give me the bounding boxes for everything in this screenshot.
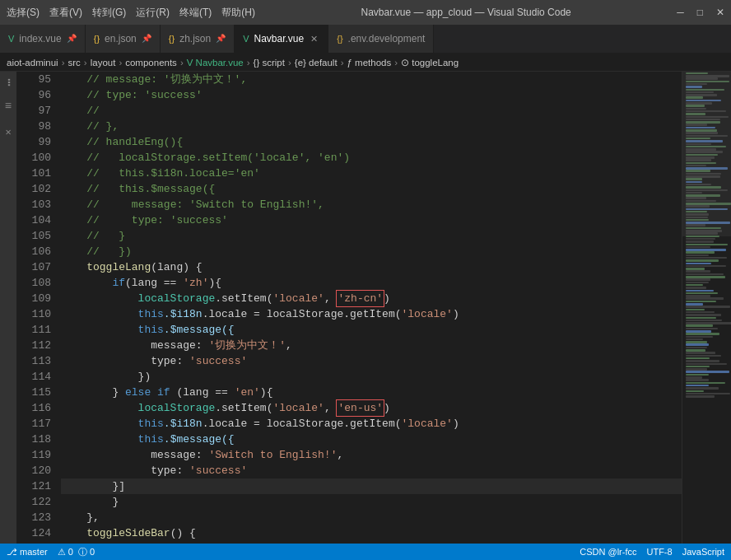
menu-select[interactable]: 选择(S) xyxy=(7,6,40,20)
explorer-icon[interactable]: ⋯ xyxy=(1,78,16,86)
git-branch[interactable]: ⎇ master xyxy=(7,547,48,558)
close-button[interactable]: ✕ xyxy=(716,7,724,18)
tab-label: en.json xyxy=(105,33,137,44)
breadcrumb-part[interactable]: {e} default xyxy=(295,58,338,68)
code-line: // type: 'success' xyxy=(61,212,682,228)
menu-run[interactable]: 运行(R) xyxy=(136,6,170,20)
status-right: CSDN @lr-fcc UTF-8 JavaScript xyxy=(580,547,724,557)
code-line: // localStorage.setItem('locale', 'en') xyxy=(61,150,682,166)
code-token: .$message({ xyxy=(164,432,235,447)
code-token: ) xyxy=(384,291,390,306)
code-line: toggleSideBar() { xyxy=(61,525,682,541)
encoding[interactable]: UTF-8 xyxy=(646,547,672,557)
code-token: }, xyxy=(61,510,100,525)
line-number: 98 xyxy=(16,119,51,134)
code-line: localStorage.setItem('locale', 'en-us') xyxy=(61,400,682,416)
outline-icon[interactable]: ≡ xyxy=(5,100,12,113)
breadcrumb-part[interactable]: src xyxy=(68,58,81,68)
line-number: 112 xyxy=(16,338,51,353)
left-activity-bar: ⋯ ≡ ✕ xyxy=(0,72,16,544)
breadcrumb-part[interactable]: {} script xyxy=(254,58,285,68)
breadcrumb-part[interactable]: layout xyxy=(91,58,116,68)
menu-terminal[interactable]: 终端(T) xyxy=(179,6,212,20)
code-line: this.$i18n.locale = localStorage.getItem… xyxy=(61,416,682,432)
breadcrumb-part[interactable]: ƒ methods xyxy=(347,58,391,68)
code-token: message: 'Switch to English!', xyxy=(132,197,324,212)
code-token: type: 'success' xyxy=(106,87,203,103)
maximize-button[interactable]: □ xyxy=(697,7,703,18)
code-token: this.$message({ xyxy=(119,181,215,197)
tab-navbar-vue[interactable]: V Navbar.vue ✕ xyxy=(235,25,328,53)
code-token: .$store xyxy=(138,541,184,544)
line-number: 111 xyxy=(16,322,51,338)
menu-goto[interactable]: 转到(G) xyxy=(92,6,126,20)
minimap[interactable]: // Generate minimap lines const mm = doc… xyxy=(682,72,731,544)
code-token: // xyxy=(61,134,106,150)
language-mode[interactable]: JavaScript xyxy=(682,547,724,557)
code-line: } else if (lang == 'en'){ xyxy=(61,385,682,400)
code-token: type: xyxy=(61,463,189,478)
line-number: 119 xyxy=(16,447,51,463)
code-token: // xyxy=(61,212,132,228)
menu-help[interactable]: 帮助(H) xyxy=(221,6,255,20)
code-token: 'locale' xyxy=(402,416,453,432)
code-area[interactable]: // message: '切换为中文！', // type: 'success'… xyxy=(58,72,682,544)
code-line: message: '切换为中文！', xyxy=(61,338,682,353)
line-number: 121 xyxy=(16,478,51,494)
window-controls: ─ □ ✕ xyxy=(677,7,724,18)
code-line: // type: 'success' xyxy=(61,87,682,103)
code-token: } xyxy=(61,478,119,494)
breadcrumb-part[interactable]: ⊙ toggleLang xyxy=(401,57,459,68)
code-line: }] xyxy=(61,478,682,494)
code-line: // }) xyxy=(61,244,682,259)
code-token: this xyxy=(61,322,164,338)
line-number: 100 xyxy=(16,150,51,166)
tab-index-vue[interactable]: V index.vue 📌 xyxy=(0,25,86,53)
code-token: .setItem( xyxy=(215,291,272,306)
code-token: , xyxy=(337,447,350,463)
line-number: 95 xyxy=(16,72,51,87)
code-token: // }, xyxy=(61,119,119,134)
code-line: type: 'success' xyxy=(61,353,682,369)
line-number: 97 xyxy=(16,103,51,119)
code-editor[interactable]: 9596979899100101102103104105106107108109… xyxy=(16,72,682,544)
code-token: .locale = localStorage xyxy=(203,306,344,322)
error-count[interactable]: ⚠ 0 ⓘ 0 xyxy=(58,546,95,558)
code-token: // xyxy=(61,197,132,212)
line-number: 108 xyxy=(16,275,51,291)
tab-label: Navbar.vue xyxy=(254,33,305,44)
code-token: '切换为中文！' xyxy=(208,338,286,353)
breadcrumb-part[interactable]: V Navbar.vue xyxy=(187,58,244,68)
breadcrumb-part[interactable]: components xyxy=(125,58,177,68)
collapse-icon[interactable]: ✕ xyxy=(5,126,11,138)
tab-env-dev[interactable]: {} .env.development xyxy=(328,25,434,53)
code-line: }, xyxy=(61,510,682,525)
title-bar: 选择(S) 查看(V) 转到(G) 运行(R) 终端(T) 帮助(H) Navb… xyxy=(0,0,731,25)
code-token: .setItem( xyxy=(215,400,272,416)
code-line: this.$i18n.locale = localStorage.getItem… xyxy=(61,306,682,322)
code-line: } xyxy=(61,494,682,510)
line-number: 101 xyxy=(16,166,51,181)
tab-zh-json[interactable]: {} zh.json 📌 xyxy=(161,25,235,53)
code-token: type: 'success' xyxy=(132,212,228,228)
code-line: this.$message({ xyxy=(61,322,682,338)
json-icon: {} xyxy=(169,34,175,44)
line-number: 96 xyxy=(16,87,51,103)
code-token: this xyxy=(61,432,164,447)
code-token: , xyxy=(324,400,338,416)
tab-bar: V index.vue 📌 {} en.json 📌 {} zh.json 📌 … xyxy=(0,25,731,54)
line-number: 113 xyxy=(16,353,51,369)
code-token: ) xyxy=(453,416,459,432)
pin-icon: 📌 xyxy=(216,34,226,43)
code-line: this.$store.dispatch('app/toggleSideBar'… xyxy=(61,541,682,544)
tab-close-button[interactable]: ✕ xyxy=(309,33,319,45)
minimize-button[interactable]: ─ xyxy=(677,7,684,18)
breadcrumb-part[interactable]: aiot-adminui xyxy=(7,58,58,68)
code-token: // xyxy=(61,181,119,197)
code-line: // message: 'Switch to English!', xyxy=(61,197,682,212)
code-token: }) xyxy=(61,369,151,385)
code-token: (lang == xyxy=(125,275,183,291)
tab-en-json[interactable]: {} en.json 📌 xyxy=(86,25,161,53)
menu-view[interactable]: 查看(V) xyxy=(49,6,82,20)
line-number: 114 xyxy=(16,369,51,385)
